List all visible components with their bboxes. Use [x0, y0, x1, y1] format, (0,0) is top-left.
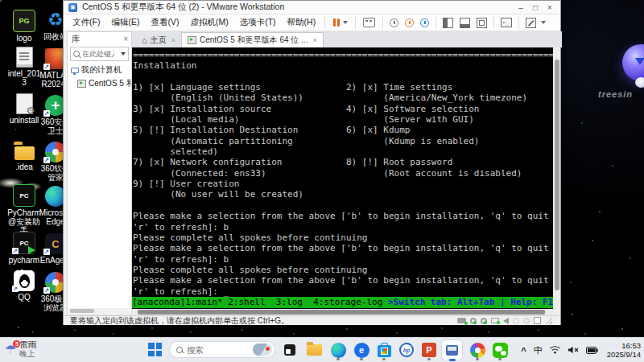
terminal-line: 3) [x] Installation source 4) [x] Softwa…: [133, 104, 553, 114]
console-vertical-scrollbar[interactable]: [553, 47, 560, 309]
terminal-line: (English (United States)) (America/New_Y…: [133, 93, 553, 103]
battery-icon[interactable]: [586, 343, 598, 357]
menu-help[interactable]: 帮助(H): [282, 17, 322, 28]
unity-expand-icon[interactable]: [526, 18, 536, 28]
speaker-muted-icon[interactable]: [568, 343, 579, 357]
network-adapter-icon[interactable]: [491, 318, 499, 323]
menu-view[interactable]: 查看(V): [145, 17, 184, 28]
hidden-icons-chevron[interactable]: ^: [521, 346, 526, 356]
tab-close-icon[interactable]: ×: [312, 36, 316, 44]
uninstall-gear-icon: [16, 93, 33, 114]
terminal-line: (Connected: ens33) (Root account is disa…: [133, 168, 553, 179]
terminal-line: 'r' to refresh]: _: [133, 286, 553, 297]
menu-file[interactable]: 文件(F): [67, 17, 105, 28]
send-ctrl-alt-del-icon[interactable]: [363, 18, 375, 27]
terminal-line: 'r' to refresh]: b: [133, 222, 553, 232]
fullscreen-icon[interactable]: [477, 18, 487, 28]
colorwheel-app-button[interactable]: [469, 342, 485, 358]
menu-edit[interactable]: 编辑(E): [105, 17, 145, 28]
library-panel: 库 × 我的计算机 CentOS 5 和更早: [67, 31, 132, 315]
desktop: treesin PG logo intel_2013 uninstall .id…: [0, 0, 644, 362]
tree-item-centos-vm[interactable]: CentOS 5 和更早: [68, 76, 131, 90]
cd-dvd2-icon[interactable]: [481, 318, 487, 324]
show-library-icon[interactable]: [443, 18, 453, 28]
hard-disk-icon[interactable]: [457, 318, 466, 323]
taskbar-search[interactable]: [169, 341, 275, 358]
close-button[interactable]: ×: [544, 3, 555, 12]
signal-disabled-icon: [523, 318, 530, 324]
document-icon: [16, 47, 33, 68]
cd-dvd-icon[interactable]: [470, 318, 477, 324]
usb-disabled-icon: [513, 318, 519, 324]
window-titlebar[interactable]: ▣ CentOS 5 和更早版本 64 位 (2) - VMware Works…: [64, 1, 560, 14]
home-icon: ⌂: [142, 36, 147, 44]
vm-console-screen[interactable]: ========================================…: [132, 47, 553, 309]
terminal-line: Please complete all spokes before contin…: [133, 265, 553, 275]
wifi-icon[interactable]: [550, 343, 560, 357]
wallpaper-sparkles: [0, 0, 2, 2]
vmware-window: ▣ CentOS 5 和更早版本 64 位 (2) - VMware Works…: [63, 0, 561, 325]
microsoft-store-button[interactable]: [376, 342, 392, 358]
library-close-icon[interactable]: ×: [123, 35, 128, 43]
show-thumbnail-bar-icon[interactable]: [460, 18, 470, 28]
power-pause-button[interactable]: [333, 19, 340, 27]
360-browser-button[interactable]: e: [353, 342, 369, 358]
message-log-icon[interactable]: [534, 317, 541, 324]
terminal-line: [133, 200, 553, 211]
system-tray: ^ 中 16:53 2025/9/14: [521, 338, 641, 362]
ime-indicator[interactable]: 中: [534, 344, 543, 356]
recycle-bin-icon: ♻: [47, 10, 64, 31]
library-search-input[interactable]: [82, 50, 114, 58]
resize-grip[interactable]: [545, 317, 552, 324]
tab-home[interactable]: ⌂ 主页 ×: [136, 33, 181, 47]
shortcut-arrow-icon: ↗: [43, 157, 50, 163]
taskbar-search-input[interactable]: [187, 345, 249, 355]
tab-centos-vm[interactable]: CentOS 5 和更早版本 64 位 ... ×: [181, 32, 324, 47]
tray-clock[interactable]: 16:53 2025/9/14: [605, 341, 641, 359]
search-highlight-image[interactable]: [253, 343, 272, 356]
task-view-button[interactable]: [282, 342, 298, 358]
weather-widget[interactable]: ☂5 雷雨 晚上: [5, 339, 36, 359]
power-dropdown-icon[interactable]: [343, 21, 348, 24]
vmware-taskbar-button-active[interactable]: [441, 339, 463, 360]
menu-vm[interactable]: 虚拟机(M): [184, 17, 233, 28]
tree-item-label: 我的计算机: [81, 64, 122, 76]
desktop-icon-label: logo: [17, 34, 32, 43]
library-search[interactable]: [70, 47, 129, 61]
task-view-icon: [284, 344, 295, 356]
computer-icon: [71, 68, 79, 73]
sound-icon[interactable]: [503, 318, 509, 324]
snapshot-manager-icon[interactable]: [420, 19, 429, 27]
console-view-icon[interactable]: >_: [501, 18, 512, 27]
tab-close-icon[interactable]: ×: [171, 36, 175, 44]
minimize-button[interactable]: –: [515, 3, 526, 12]
hp-button[interactable]: hp: [398, 342, 415, 358]
search-dropdown-icon[interactable]: [121, 52, 126, 56]
tree-item-my-computer[interactable]: 我的计算机: [68, 63, 131, 76]
expand-dropdown-icon[interactable]: [541, 21, 546, 24]
terminal-line: 1) [x] Language settings 2) [x] Time set…: [133, 82, 553, 93]
weather-condition: 雷雨: [19, 339, 36, 349]
terminal-line: [133, 72, 553, 82]
menu-tabs[interactable]: 选项卡(T): [234, 17, 282, 28]
take-snapshot-icon[interactable]: [390, 19, 398, 27]
edge-button[interactable]: [330, 342, 346, 358]
maximize-button[interactable]: □: [530, 3, 541, 12]
qq-penguin-icon: ↗: [14, 270, 35, 291]
terminal-line: 7) [x] Network configuration 8) [!] Root…: [133, 157, 553, 167]
toolbar-separator: [382, 17, 383, 29]
desktop-icon-label: QQ: [18, 293, 31, 302]
ai-assistant-orb-icon[interactable]: [622, 44, 644, 81]
terminal-line: Installation: [133, 60, 553, 71]
windows-taskbar: ☂5 雷雨 晚上 e hp P ^ 中 16:53: [0, 337, 644, 362]
revert-snapshot-icon[interactable]: [405, 19, 414, 27]
scrollbar-thumb[interactable]: [555, 60, 559, 290]
wechat-button[interactable]: [492, 342, 508, 358]
powerpoint-button[interactable]: P: [421, 342, 437, 358]
library-horizontal-scrollbar[interactable]: [68, 308, 130, 314]
toolbar-separator: [355, 17, 356, 29]
start-button[interactable]: [148, 343, 162, 356]
scrollbar-thumb[interactable]: [138, 310, 545, 315]
file-explorer-button[interactable]: [306, 342, 322, 358]
pycharm-run-icon: PC↗: [13, 232, 35, 254]
